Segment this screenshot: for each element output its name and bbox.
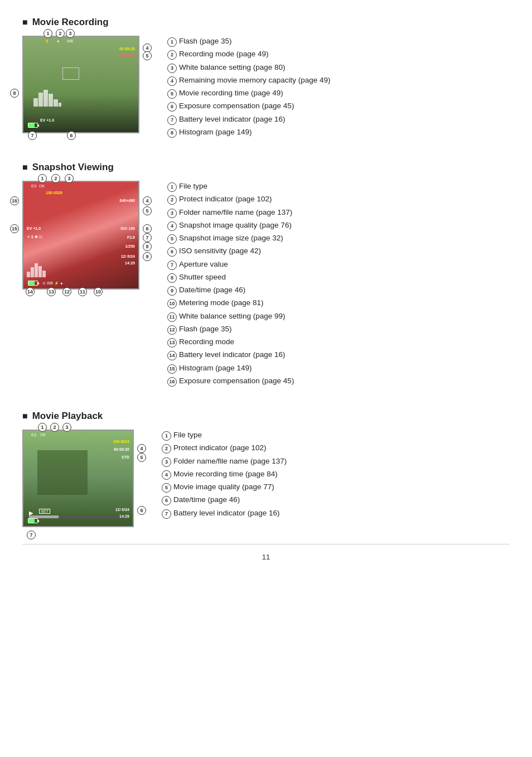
- callout-s2: 2: [51, 174, 60, 183]
- callout-5: 5: [143, 51, 152, 60]
- list-item: 7Battery level indicator (page 16): [167, 114, 331, 125]
- list-item: 6Date/time (page 46): [162, 494, 287, 505]
- list-item: 2Protect indicator (page 102): [167, 194, 294, 205]
- list-item: 6ISO sensitivity (page 42): [167, 245, 294, 257]
- list-item: 12Flash (page 35): [167, 324, 294, 335]
- callout-s6: 6: [143, 224, 152, 233]
- svg-rect-1: [38, 93, 43, 107]
- svg-rect-10: [42, 271, 46, 277]
- callout-s14: 14: [26, 287, 35, 296]
- callout-s10: 10: [94, 287, 103, 296]
- callout-p6: 6: [137, 506, 146, 515]
- list-item: 8Histogram (page 149): [167, 127, 331, 138]
- movie-playback-screen: ES OK 100-0024 00:00:20 STD ▶: [22, 430, 134, 527]
- callout-s4: 4: [143, 196, 152, 205]
- screen-time2: 00:01:02: [119, 54, 135, 57]
- movie-playback-info-list: 1File type 2Protect indicator (page 102)…: [162, 430, 287, 520]
- list-item: 6Exposure compensation (page 45): [167, 100, 331, 112]
- callout-6: 6: [67, 131, 76, 140]
- svg-rect-4: [54, 99, 58, 107]
- callout-8: 8: [10, 89, 19, 98]
- callout-s12: 12: [62, 287, 71, 296]
- callout-s8: 8: [143, 242, 152, 251]
- list-item: 13Recording mode: [167, 336, 294, 348]
- movie-recording-screen: ⚡ ● WB 00:08:20 00:01:02 EV +1.0: [22, 36, 139, 133]
- list-item: 5Movie image quality (page 77): [162, 481, 287, 493]
- screen-ev: EV +1.0: [40, 118, 54, 122]
- list-item: 16Exposure compensation (page 45): [167, 375, 294, 387]
- list-item: 8Shutter speed: [167, 272, 294, 283]
- callout-s9: 9: [143, 252, 152, 261]
- movie-recording-info-list: 1Flash (page 35) 2Recording mode (page 4…: [167, 36, 331, 139]
- list-item: 5Movie recording time (page 49): [167, 88, 331, 99]
- list-item: 4Snapshot image quality (page 76): [167, 220, 294, 231]
- list-item: 3Folder name/file name (page 137): [167, 207, 294, 218]
- callout-s7: 7: [143, 233, 152, 242]
- list-item: 7Battery level indicator (page 16): [162, 508, 287, 519]
- callout-p1: 1: [38, 423, 47, 432]
- list-item: 3White balance setting (page 80): [167, 62, 331, 73]
- svg-rect-7: [31, 267, 34, 277]
- screen-histogram: [33, 87, 61, 107]
- snapshot-histogram: [27, 261, 49, 277]
- snapshot-viewing-body: ES OK 100-0028 640×480 EV +1.0 ☀ $ ✱ ⊡ I…: [22, 181, 510, 388]
- list-item: 2Recording mode (page 49): [167, 49, 331, 60]
- list-item: 9Date/time (page 46): [167, 285, 294, 296]
- snapshot-viewing-title: Snapshot Viewing: [22, 162, 510, 173]
- page-number: 11: [22, 553, 510, 561]
- svg-rect-0: [33, 98, 38, 107]
- callout-p2: 2: [50, 423, 59, 432]
- svg-rect-8: [35, 263, 38, 277]
- svg-rect-6: [27, 272, 30, 277]
- callout-2: 2: [56, 29, 65, 38]
- callout-s13: 13: [47, 287, 56, 296]
- movie-playback-title: Movie Playback: [22, 411, 510, 422]
- list-item: 4Movie recording time (page 84): [162, 469, 287, 480]
- callout-p5: 5: [137, 453, 146, 462]
- screen-time1: 00:08:20: [119, 47, 135, 51]
- callout-s3: 3: [65, 174, 74, 183]
- list-item: 15Histogram (page 149): [167, 363, 294, 374]
- page-divider: [22, 544, 510, 544]
- callout-s16: 16: [10, 196, 19, 205]
- list-item: 5Snapshot image size (page 32): [167, 233, 294, 244]
- snapshot-viewing-info-list: 1File type 2Protect indicator (page 102)…: [167, 181, 294, 388]
- list-item: 10Metering mode (page 81): [167, 297, 294, 308]
- callout-p3: 3: [62, 423, 71, 432]
- list-item: 1File type: [162, 430, 287, 441]
- callout-1: 1: [43, 29, 52, 38]
- callout-s11: 11: [78, 287, 87, 296]
- svg-rect-3: [49, 94, 53, 107]
- list-item: 7Aperture value: [167, 259, 294, 270]
- svg-rect-9: [38, 266, 42, 277]
- callout-s15: 15: [10, 224, 19, 233]
- callout-p7: 7: [27, 531, 36, 539]
- list-item: 3Folder name/file name (page 137): [162, 456, 287, 467]
- list-item: 1File type: [167, 181, 294, 192]
- callout-7: 7: [28, 131, 37, 140]
- snapshot-viewing-section: Snapshot Viewing ES OK 100-0028 640×480 …: [22, 162, 510, 388]
- callout-s5: 5: [143, 206, 152, 215]
- snapshot-viewing-screen: ES OK 100-0028 640×480 EV +1.0 ☀ $ ✱ ⊡ I…: [22, 181, 139, 290]
- list-item: 11White balance setting (page 99): [167, 311, 294, 322]
- movie-playback-body: ES OK 100-0024 00:00:20 STD ▶: [22, 430, 510, 527]
- movie-recording-body: ⚡ ● WB 00:08:20 00:01:02 EV +1.0: [22, 36, 510, 139]
- callout-p4: 4: [137, 444, 146, 453]
- movie-playback-section: Movie Playback ES OK 100-0024 00:00:20 S…: [22, 411, 510, 527]
- list-item: 1Flash (page 35): [167, 36, 331, 47]
- movie-recording-section: Movie Recording ⚡ ● WB 00:08:20 00:01:02…: [22, 17, 510, 139]
- list-item: 2Protect indicator (page 102): [162, 442, 287, 454]
- svg-rect-2: [43, 90, 48, 107]
- list-item: 4Remaining movie memory capacity (page 4…: [167, 75, 331, 86]
- movie-recording-title: Movie Recording: [22, 17, 510, 28]
- callout-s1: 1: [38, 174, 47, 183]
- svg-rect-5: [59, 103, 61, 107]
- callout-3: 3: [66, 29, 75, 38]
- playback-bar: [29, 515, 127, 518]
- list-item: 14Battery level indicator (page 16): [167, 349, 294, 360]
